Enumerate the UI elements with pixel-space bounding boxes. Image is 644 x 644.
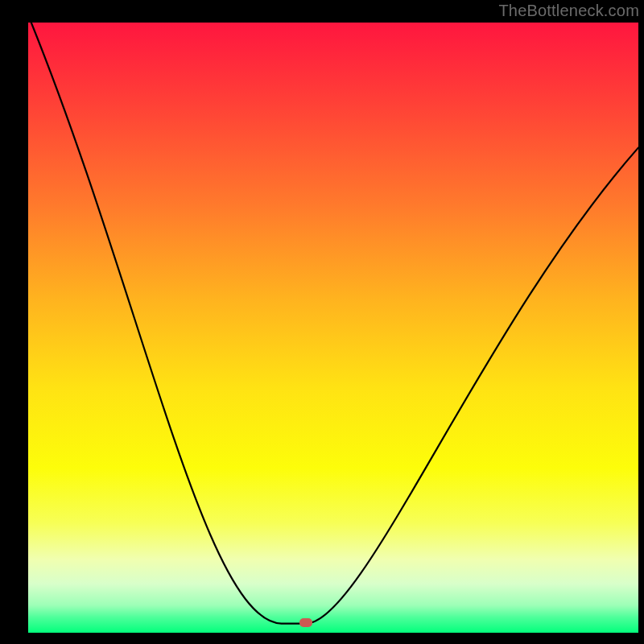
chart-stage: TheBottleneck.com: [0, 0, 644, 644]
bottleneck-curve: [28, 23, 638, 633]
watermark-text: TheBottleneck.com: [498, 2, 639, 20]
plot-area: [28, 23, 638, 633]
optimal-point-marker: [299, 618, 312, 627]
